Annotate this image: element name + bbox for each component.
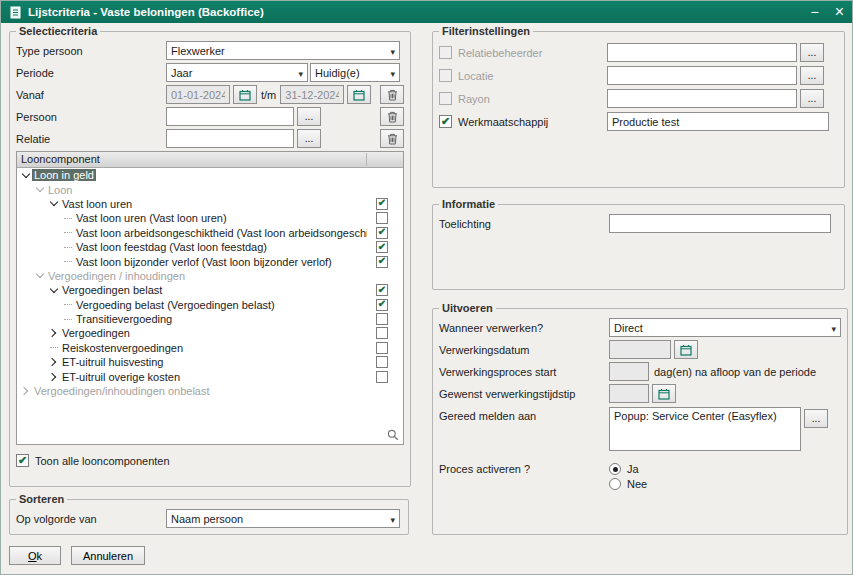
verwerkingsdatum-calendar-button[interactable] — [674, 340, 698, 359]
chevron-down-icon[interactable] — [47, 284, 60, 297]
tree-item[interactable]: Vast loon arbeidsongeschiktheid (Vast lo… — [17, 226, 403, 240]
toon-alle-checkbox[interactable] — [16, 454, 29, 467]
tree-item[interactable]: Loon — [17, 182, 403, 196]
ok-button-label: Ok — [28, 550, 42, 562]
tree-item-label: Loon in geld — [32, 169, 96, 181]
verwerkingstijdstip-row: Gewenst verwerkingstijdstip — [439, 384, 841, 403]
verwerkingsproces-start-input[interactable] — [609, 362, 649, 381]
tree-item-checkbox[interactable] — [376, 212, 388, 224]
radio-icon — [609, 478, 621, 490]
radio-option-nee[interactable]: Nee — [609, 478, 647, 490]
chevron-down-icon[interactable] — [33, 269, 46, 282]
relatie-input[interactable] — [166, 129, 294, 148]
filter-checkbox[interactable] — [439, 46, 452, 59]
toelichting-label: Toelichting — [439, 218, 609, 230]
persoon-label: Persoon — [16, 111, 166, 123]
close-button[interactable]: × — [835, 4, 844, 20]
tree-item-checkbox[interactable] — [376, 284, 388, 296]
relatie-delete-button[interactable] — [380, 129, 404, 148]
vanaf-to-input[interactable] — [280, 85, 344, 104]
verwerkingsproces-start-suffix: dag(en) na afloop van de periode — [654, 366, 816, 378]
chevron-down-icon[interactable] — [33, 183, 46, 196]
annuleren-button[interactable]: Annuleren — [71, 546, 145, 565]
chevron-right-icon[interactable] — [47, 356, 60, 369]
vanaf-to-calendar-button[interactable] — [347, 85, 371, 104]
filter-checkbox[interactable] — [439, 92, 452, 105]
filter-checkbox[interactable] — [439, 115, 452, 128]
tree-item-checkbox[interactable] — [376, 327, 388, 339]
relatie-label: Relatie — [16, 133, 166, 145]
filter-browse-button[interactable]: ... — [800, 89, 824, 108]
verwerkingstijdstip-input[interactable] — [609, 384, 649, 403]
tree-item-checkbox[interactable] — [376, 256, 388, 268]
persoon-delete-button[interactable] — [380, 107, 404, 126]
chevron-down-icon[interactable] — [47, 197, 60, 210]
tree-item-checkbox[interactable] — [376, 313, 388, 325]
tree-item[interactable]: Vergoeding belast (Vergoedingen belast) — [17, 298, 403, 312]
chevron-right-icon[interactable] — [19, 385, 32, 398]
filter-row: Relatiebeheerder... — [439, 43, 838, 62]
filter-input[interactable] — [607, 89, 797, 108]
tree-item-checkbox[interactable] — [376, 198, 388, 210]
tree-item[interactable]: Vergoedingen — [17, 326, 403, 340]
tree-item[interactable]: Loon in geld — [17, 168, 403, 182]
filter-browse-button[interactable]: ... — [800, 43, 824, 62]
tree-leaf-stub — [61, 241, 74, 254]
filter-input[interactable] — [607, 112, 829, 131]
filter-browse-button[interactable]: ... — [800, 66, 824, 85]
tree-item[interactable]: ET-uitruil overige kosten — [17, 369, 403, 383]
vanaf-from-input[interactable] — [166, 85, 230, 104]
tree-item[interactable]: Vergoedingen belast — [17, 283, 403, 297]
footer-buttons: Ok Annuleren — [9, 546, 145, 565]
vanaf-from-calendar-button[interactable] — [233, 85, 257, 104]
tree-item[interactable]: ET-uitruil huisvesting — [17, 355, 403, 369]
tree-item-checkbox[interactable] — [376, 227, 388, 239]
tree-item[interactable]: Vast loon uren — [17, 197, 403, 211]
tree-item-checkbox[interactable] — [376, 342, 388, 354]
tree-item[interactable]: Transitievergoeding — [17, 312, 403, 326]
radio-option-ja[interactable]: Ja — [609, 463, 647, 475]
tree-item-checkbox[interactable] — [376, 299, 388, 311]
tree-item[interactable]: Vergoedingen/inhoudingen onbelast — [17, 384, 403, 398]
radio-label-nee: Nee — [627, 478, 647, 490]
tree-item[interactable]: Vast loon uren (Vast loon uren) — [17, 211, 403, 225]
filter-input[interactable] — [607, 66, 797, 85]
relatie-browse-button[interactable]: ... — [297, 129, 321, 148]
filter-checkbox[interactable] — [439, 69, 452, 82]
tree-item[interactable]: Vast loon feestdag (Vast loon feestdag) — [17, 240, 403, 254]
tree-item-checkbox[interactable] — [376, 356, 388, 368]
verwerkingsproces-start-row: Verwerkingsproces start dag(en) na afloo… — [439, 362, 841, 381]
minimize-button[interactable]: − — [810, 5, 818, 19]
persoon-input[interactable] — [166, 107, 294, 126]
tree-item[interactable]: Vast loon bijzonder verlof (Vast loon bi… — [17, 254, 403, 268]
chevron-right-icon[interactable] — [47, 370, 60, 383]
trash-icon — [387, 89, 398, 101]
type-persoon-select[interactable]: Flexwerker — [166, 41, 400, 60]
chevron-down-icon — [831, 322, 836, 334]
persoon-browse-button[interactable]: ... — [297, 107, 321, 126]
periode-huidig-select[interactable]: Huidig(e) — [310, 63, 400, 82]
verwerkingstijdstip-calendar-button[interactable] — [652, 384, 676, 403]
verwerkingsdatum-input[interactable] — [609, 340, 671, 359]
vanaf-delete-button[interactable] — [380, 85, 404, 104]
periode-select[interactable]: Jaar — [166, 63, 308, 82]
calendar-icon — [353, 89, 365, 101]
tree-item-checkbox[interactable] — [376, 241, 388, 253]
search-icon[interactable] — [387, 429, 399, 441]
uitvoeren-group: Uitvoeren Wanneer verwerken? Direct Verw… — [432, 302, 848, 535]
op-volgorde-select[interactable]: Naam persoon — [166, 509, 400, 528]
tree-item-checkbox[interactable] — [376, 371, 388, 383]
filter-input[interactable] — [607, 43, 797, 62]
gereed-melden-browse-button[interactable]: ... — [804, 409, 828, 428]
wanneer-verwerken-select[interactable]: Direct — [609, 318, 841, 337]
chevron-down-icon[interactable] — [19, 169, 32, 182]
tree-item[interactable]: Vergoedingen / inhoudingen — [17, 269, 403, 283]
toelichting-input[interactable] — [609, 214, 831, 233]
tree-item-label: Vergoeding belast (Vergoedingen belast) — [74, 299, 277, 311]
gereed-melden-value[interactable]: Popup: Service Center (Easyflex) — [609, 407, 801, 451]
ok-button[interactable]: Ok — [9, 546, 61, 565]
chevron-right-icon[interactable] — [47, 327, 60, 340]
tree-item[interactable]: Reiskostenvergoedingen — [17, 341, 403, 355]
sorteren-group: Sorteren Op volgorde van Naam persoon — [9, 493, 409, 535]
toon-alle-row: Toon alle looncomponenten — [16, 451, 404, 470]
